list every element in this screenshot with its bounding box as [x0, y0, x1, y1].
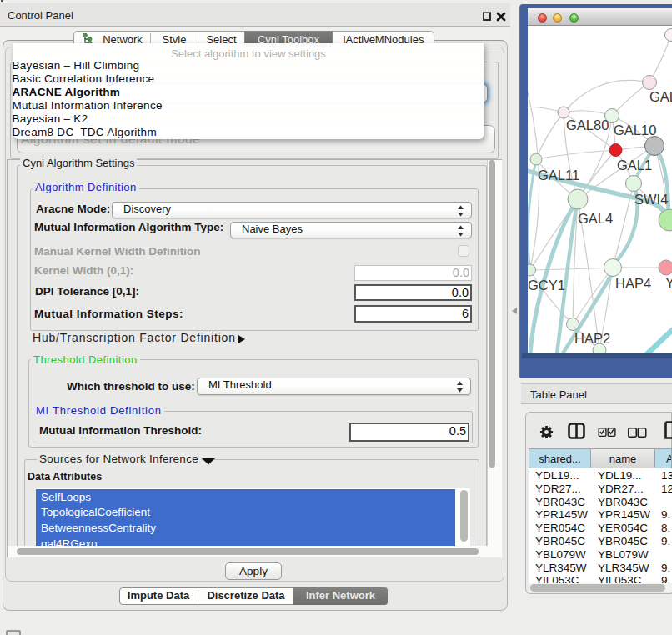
svg-text:GCY1: GCY1	[528, 278, 565, 292]
svg-text:Y: Y	[665, 275, 672, 290]
svg-text:GAL80: GAL80	[566, 118, 609, 132]
svg-text:SWI4: SWI4	[634, 192, 668, 207]
svg-text:GAL10: GAL10	[614, 122, 656, 138]
svg-text:HAP4: HAP4	[615, 276, 651, 291]
svg-text:GAL11: GAL11	[538, 168, 579, 182]
svg-text:GAL1: GAL1	[617, 158, 652, 172]
svg-text:HAP2: HAP2	[574, 331, 610, 346]
svg-text:GAL4: GAL4	[578, 211, 613, 226]
svg-text:GAL2: GAL2	[649, 89, 672, 104]
